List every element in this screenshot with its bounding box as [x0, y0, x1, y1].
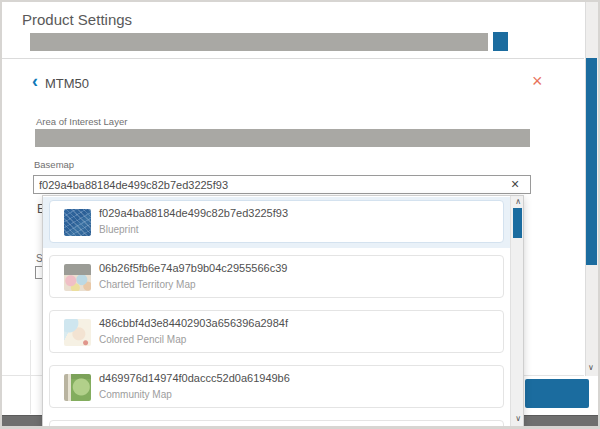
basemap-item-id: f029a4ba88184de499c82b7ed3225f93 — [99, 207, 288, 219]
list-item[interactable]: 486cbbf4d3e84402903a656396a2984f Colored… — [43, 307, 510, 358]
aoi-field-label: Area of Interest Layer — [36, 116, 127, 127]
basemap-field-label: Basemap — [34, 159, 74, 170]
basemap-thumbnail — [64, 209, 91, 236]
dropdown-scrollbar-track[interactable]: ∧ ∨ — [510, 196, 523, 428]
basemap-dropdown-list: f029a4ba88184de499c82b7ed3225f93 Bluepri… — [43, 196, 510, 428]
redacted-subtitle-bar — [30, 33, 488, 51]
clipped-panel-border — [30, 340, 31, 414]
main-scroll-down-icon[interactable]: ∨ — [588, 364, 594, 372]
basemap-dropdown: f029a4ba88184de499c82b7ed3225f93 Bluepri… — [42, 195, 524, 429]
basemap-item-name: Blueprint — [99, 224, 138, 235]
basemap-item-id: d469976d14974f0daccc52d0a61949b6 — [99, 372, 290, 384]
clear-input-icon[interactable]: × — [511, 176, 519, 192]
frame-edge-top — [0, 0, 600, 2]
primary-action-button[interactable] — [525, 379, 589, 408]
product-settings-dialog: Product Settings ‹ MTM50 × Area of Inter… — [0, 0, 600, 429]
main-scrollbar-thumb[interactable] — [586, 58, 597, 265]
back-chevron-icon[interactable]: ‹ — [32, 73, 38, 89]
list-item[interactable]: d469976d14974f0daccc52d0a61949b6 Communi… — [43, 362, 510, 413]
redacted-aoi-field[interactable] — [35, 129, 530, 147]
header-divider — [2, 58, 584, 59]
basemap-thumbnail — [64, 264, 91, 291]
dropdown-scroll-up-icon[interactable]: ∧ — [515, 198, 521, 206]
dropdown-scrollbar-thumb[interactable] — [513, 208, 522, 238]
basemap-input[interactable] — [33, 175, 531, 194]
basemap-item-name: Community Map — [99, 389, 172, 400]
frame-edge-left — [0, 0, 2, 429]
close-icon[interactable]: × — [532, 72, 543, 90]
basemap-item-name: Colored Pencil Map — [99, 334, 186, 345]
basemap-thumbnail — [64, 374, 91, 401]
basemap-item-id: 486cbbf4d3e84402903a656396a2984f — [99, 317, 288, 329]
list-item[interactable]: f029a4ba88184de499c82b7ed3225f93 Bluepri… — [43, 197, 510, 248]
list-item[interactable]: 06b26f5fb6e74a97b9b04c2955566c39 Charted… — [43, 252, 510, 303]
subtitle-accent-block — [493, 32, 508, 51]
dropdown-scroll-down-icon[interactable]: ∨ — [515, 415, 521, 423]
back-link-mtm50[interactable]: MTM50 — [45, 76, 89, 91]
basemap-thumbnail — [64, 319, 91, 346]
basemap-item-name: Charted Territory Map — [99, 279, 196, 290]
page-title: Product Settings — [22, 11, 132, 28]
basemap-item-id: 06b26f5fb6e74a97b9b04c2955566c39 — [99, 262, 287, 274]
